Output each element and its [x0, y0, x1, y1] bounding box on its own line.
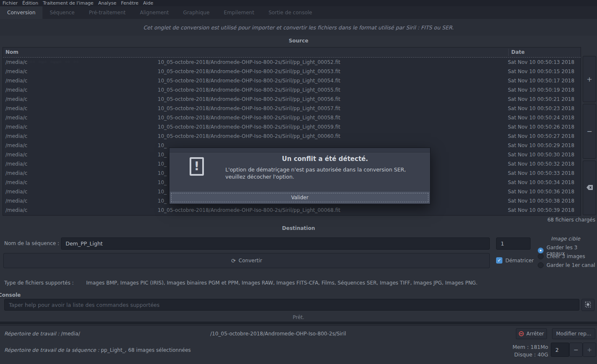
table-row[interactable]: /media/c10_05-octobre-2018/Andromede-OHP… [3, 104, 581, 113]
tab-0[interactable]: Conversion [0, 6, 42, 19]
file-path-prefix: /media/c [5, 115, 27, 121]
console-title: Console [0, 292, 21, 298]
plus-icon: + [586, 75, 592, 83]
file-path-prefix: /media/c [5, 69, 27, 74]
file-path: 10_05-octobre-2018/Andromede-OHP-Iso-800… [158, 124, 341, 130]
validate-button[interactable]: Valider [170, 192, 430, 203]
thread-increment-button[interactable]: + [583, 343, 596, 357]
command-icon [585, 301, 591, 309]
file-path: 10_05-octobre-2018/Andromede-OHP-Iso-800… [158, 69, 341, 74]
redacted-text: ··· ·-· ·--· ·· ·· [27, 59, 79, 65]
radio-label: Garder le 1er canal [547, 262, 595, 268]
files-loaded-count: 68 fichiers chargés [0, 217, 595, 223]
console-command-input[interactable] [4, 299, 579, 311]
plus-icon: + [587, 346, 592, 353]
radio-label: Créer 3 images [547, 253, 585, 259]
file-path: 10_05-octobre-2018/Andromede-OHP-Iso-800… [158, 207, 341, 213]
working-dir-label: Répertoire de travail : /media/ [4, 331, 80, 337]
column-separator [508, 49, 509, 56]
file-path: 10_ [158, 170, 166, 176]
thread-count-input[interactable] [551, 343, 569, 357]
table-row[interactable]: /media/c10_05-octobre-2018/Andromede-OHP… [3, 132, 581, 141]
start-index-input[interactable] [496, 237, 531, 250]
dialog-titlebar[interactable] [169, 148, 430, 153]
dialog-message: L'option de dématriçage n'est pas autori… [225, 166, 423, 180]
menu-item-4[interactable]: Fenêtre [121, 0, 143, 6]
menu-item-1[interactable]: Édition [22, 0, 43, 6]
file-date: Sat Nov 10 00:50:27 2018 [508, 133, 574, 139]
radio-icon[interactable] [538, 262, 544, 268]
table-row[interactable]: /media/c10_05-octobre-2018/Andromede-OHP… [3, 113, 581, 122]
tab-4[interactable]: Graphique [176, 6, 217, 19]
tab-6[interactable]: Sortie de console [262, 6, 320, 19]
column-header-date[interactable]: Date [511, 49, 525, 55]
table-row[interactable]: /media/c··· ·-· ·--· ·· ··10_05-octobre-… [3, 58, 581, 67]
file-path-prefix: /media/c [5, 133, 27, 139]
info-banner: Cet onglet de conversion est utilisé pou… [0, 19, 597, 36]
refresh-icon: ⟳ [231, 258, 236, 264]
conflict-dialog: ! Un conflit a été détecté. L'option de … [169, 148, 431, 204]
table-row[interactable]: /media/c10_05-octobre-2018/Andromede-OHP… [3, 67, 581, 76]
menu-item-0[interactable]: Fichier [3, 0, 22, 6]
sequence-name-label: Nom de la séquence : [4, 240, 59, 246]
file-date: Sat Nov 10 00:50:29 2018 [508, 142, 574, 148]
progress-bar [0, 322, 597, 324]
table-row[interactable]: /media/c10_05-octobre-2018/Andromede-OHP… [3, 122, 581, 132]
file-path: 10_05-octobre-2018/Andromede-OHP-Iso-800… [158, 96, 341, 102]
tab-5[interactable]: Empilement [217, 6, 261, 19]
file-date: Sat Nov 10 00:50:26 2018 [508, 124, 574, 130]
sequence-dir-info: Répertoire de travail de la séquence : p… [4, 347, 191, 353]
add-files-button[interactable]: + [583, 56, 596, 102]
warning-icon: ! [190, 157, 204, 176]
menu-item-3[interactable]: Analyse [98, 0, 121, 6]
remove-files-button[interactable]: − [583, 104, 596, 159]
demosaic-option[interactable]: ✓ Dématricer [496, 257, 534, 264]
warning-icon-glyph: ! [194, 161, 200, 172]
working-dir-path: /10_05-octobre-2018/Andromede-OHP-Iso-80… [210, 331, 346, 337]
file-date: Sat Nov 10 00:50:23 2018 [508, 106, 574, 111]
target-option-1[interactable]: Créer 3 images [538, 253, 585, 259]
file-path: 10_05-octobre-2018/Andromede-OHP-Iso-800… [158, 78, 341, 84]
sequence-name-input[interactable] [61, 237, 490, 250]
file-date: Sat Nov 10 00:50:32 2018 [508, 161, 574, 167]
tab-1[interactable]: Séquence [42, 6, 82, 19]
file-path-prefix: /media/c [5, 96, 27, 102]
modify-dir-button[interactable]: Modifier rep... [552, 328, 595, 339]
file-path-prefix: /media/c [5, 170, 27, 176]
minus-icon: − [586, 127, 592, 135]
menu-item-2[interactable]: Traitement de l'image [43, 0, 98, 6]
radio-icon[interactable] [538, 253, 544, 259]
file-path-prefix: /media/c [5, 198, 27, 204]
file-date: Sat Nov 10 00:50:34 2018 [508, 179, 574, 185]
file-path: 10_ [158, 161, 166, 167]
stop-button[interactable]: Arrêter [516, 328, 547, 339]
convert-button[interactable]: ⟳ Convertir [3, 253, 490, 268]
file-path-prefix: /media/c [5, 78, 27, 84]
tab-3[interactable]: Alignement [133, 6, 176, 19]
radio-icon[interactable] [538, 248, 544, 253]
status-text: Prêt. [0, 314, 597, 320]
file-date: Sat Nov 10 00:50:15 2018 [508, 69, 574, 74]
column-header-nom[interactable]: Nom [5, 49, 18, 55]
table-row[interactable]: /media/c10_05-octobre-2018/Andromede-OHP… [3, 85, 581, 95]
table-row[interactable]: /media/c10_05-octobre-2018/Andromede-OHP… [3, 95, 581, 104]
file-path: 10_ [158, 189, 166, 195]
clear-list-button[interactable] [583, 161, 596, 215]
file-date: Sat Nov 10 00:50:13 2018 [508, 59, 574, 65]
stop-icon [519, 331, 524, 336]
menu-item-5[interactable]: Aide [143, 0, 158, 6]
thread-decrement-button[interactable]: − [569, 343, 583, 357]
file-date: Sat Nov 10 00:50:38 2018 [508, 198, 574, 204]
table-row[interactable]: /media/c10_05-octobre-2018/Andromede-OHP… [3, 206, 581, 215]
console-command-button[interactable] [581, 299, 594, 311]
table-header[interactable]: Nom Date [3, 47, 581, 58]
check-icon: ✓ [497, 258, 501, 263]
demosaic-checkbox[interactable]: ✓ [496, 257, 502, 264]
info-banner-text: Cet onglet de conversion est utilisé pou… [143, 24, 454, 31]
target-option-2[interactable]: Garder le 1er canal [538, 262, 595, 268]
tab-2[interactable]: Pré-traitement [82, 6, 132, 19]
file-path: 10_05-octobre-2018/Andromede-OHP-Iso-800… [158, 133, 341, 139]
file-path: 10_05-octobre-2018/Andromede-OHP-Iso-800… [158, 87, 341, 93]
dialog-message-line2: veuillez décocher l'option. [225, 173, 423, 180]
table-row[interactable]: /media/c10_05-octobre-2018/Andromede-OHP… [3, 76, 581, 85]
